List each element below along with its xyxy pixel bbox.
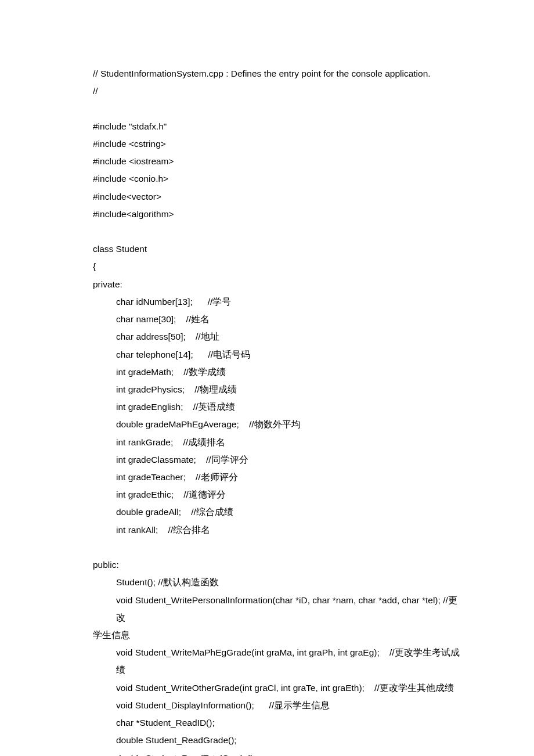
code-line: private:	[93, 276, 460, 293]
code-line: char address[50]; //地址	[93, 328, 460, 345]
code-line: Student(); //默认构造函数	[93, 574, 460, 591]
blank-line	[93, 539, 460, 556]
code-line: int rankGrade; //成绩排名	[93, 434, 460, 451]
code-line: void Student_DisplayInformation(); //显示学…	[93, 697, 460, 714]
code-line: double Student_ReadTotalGrade();	[93, 750, 460, 756]
code-line: int gradeMath; //数学成绩	[93, 363, 460, 381]
code-line: // StudentInformationSystem.cpp : Define…	[93, 65, 460, 82]
blank-line	[93, 100, 460, 117]
code-line: int gradePhysics; //物理成绩	[93, 381, 460, 398]
code-line: char telephone[14]; //电话号码	[93, 346, 460, 363]
code-line: #include <cstring>	[93, 135, 460, 153]
code-line: int gradeClassmate; //同学评分	[93, 451, 460, 469]
code-line: char idNumber[13]; //学号	[93, 293, 460, 311]
blank-line	[93, 223, 460, 240]
code-line: double gradeAll; //综合成绩	[93, 503, 460, 521]
code-line: int gradeEnglish; //英语成绩	[93, 398, 460, 416]
code-line: int rankAll; //综合排名	[93, 521, 460, 539]
code-line: double Student_ReadGrade();	[93, 732, 460, 749]
code-line: 学生信息	[93, 627, 460, 644]
code-line: #include<algorithm>	[93, 206, 460, 223]
code-line: public:	[93, 556, 460, 574]
code-line: #include <iostream>	[93, 153, 460, 170]
code-line: #include<vector>	[93, 188, 460, 206]
code-line: {	[93, 258, 460, 275]
document-page: // StudentInformationSystem.cpp : Define…	[0, 0, 534, 756]
code-line: int gradeTeacher; //老师评分	[93, 469, 460, 486]
code-line: //	[93, 82, 460, 100]
code-line: double gradeMaPhEgAverage; //物数外平均	[93, 416, 460, 433]
code-line: void Student_WritePersonalInformation(ch…	[93, 592, 460, 627]
code-line: #include <conio.h>	[93, 170, 460, 188]
code-line: void Student_WriteOtherGrade(int graCl, …	[93, 679, 460, 697]
code-line: int gradeEthic; //道德评分	[93, 486, 460, 503]
code-line: class Student	[93, 240, 460, 258]
code-line: void Student_WriteMaPhEgGrade(int graMa,…	[93, 644, 460, 679]
code-line: char name[30]; //姓名	[93, 311, 460, 328]
code-line: #include "stdafx.h"	[93, 118, 460, 135]
code-line: char *Student_ReadID();	[93, 714, 460, 732]
